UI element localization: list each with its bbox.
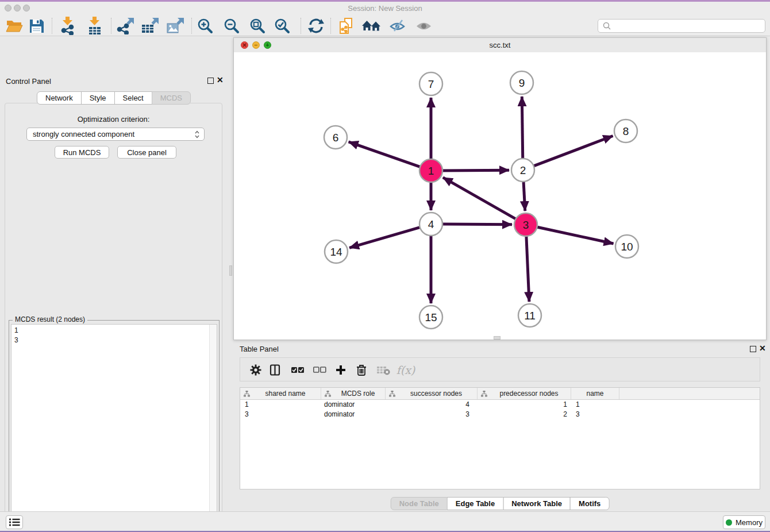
graph-node-label: 6 xyxy=(333,132,339,144)
mcds-result-list[interactable]: 1 3 xyxy=(11,324,217,532)
cell-predecessor-nodes: 2 xyxy=(478,410,571,419)
table-row[interactable]: 3 dominator 3 2 3 xyxy=(240,410,760,419)
graph-node-label: 1 xyxy=(428,165,434,177)
table-toolbar: f(x) xyxy=(240,357,760,381)
split-pane-handle[interactable] xyxy=(229,265,232,276)
column-header-predecessor-nodes[interactable]: predecessor nodes xyxy=(478,388,571,399)
graph-edge-1-6[interactable] xyxy=(349,142,421,167)
import-table-button[interactable] xyxy=(84,17,106,35)
desktop-edge-top xyxy=(0,0,770,2)
tab-style[interactable]: Style xyxy=(81,91,115,105)
export-table-button[interactable] xyxy=(139,17,161,35)
mcds-result-groupbox: MCDS result (2 nodes) 1 3 xyxy=(9,320,220,532)
import-network-icon xyxy=(59,17,76,35)
graph-edge-2-9[interactable] xyxy=(522,97,522,160)
tab-mcds[interactable]: MCDS xyxy=(152,91,191,105)
function-builder-button[interactable]: f(x) xyxy=(395,363,416,377)
column-header-shared-name[interactable]: shared name xyxy=(240,388,321,399)
clone-network-button[interactable] xyxy=(336,17,358,35)
cell-name: 3 xyxy=(571,410,619,419)
graph-edge-2-8[interactable] xyxy=(533,136,613,167)
tab-network[interactable]: Network xyxy=(37,91,82,105)
fx-icon: f(x) xyxy=(396,364,415,376)
table-panel-close-button[interactable]: ✕ xyxy=(759,345,766,352)
close-panel-button[interactable]: Close panel xyxy=(117,146,176,159)
toolbar-divider xyxy=(191,18,192,34)
result-scrollbar[interactable] xyxy=(209,325,217,532)
memory-status-dot xyxy=(726,519,732,526)
network-window: ✕ − + scc.txt 1234678910111415 xyxy=(233,37,767,340)
column-type-icon xyxy=(244,391,250,397)
save-floppy-icon xyxy=(29,18,44,34)
node-table-header: shared name MCDS role successor nodes xyxy=(240,388,760,400)
export-image-button[interactable] xyxy=(164,17,186,35)
graph-edge-3-1[interactable] xyxy=(443,178,517,219)
import-table-icon xyxy=(86,17,103,35)
save-session-button[interactable] xyxy=(25,17,47,35)
import-network-button[interactable] xyxy=(57,17,79,35)
graph-node-label: 11 xyxy=(524,310,536,322)
select-all-checkboxes-icon xyxy=(291,367,305,373)
tab-select[interactable]: Select xyxy=(114,91,152,105)
split-pane-expand-handle[interactable] xyxy=(494,336,500,340)
table-row[interactable]: 1 dominator 4 1 1 xyxy=(240,400,760,410)
delete-table-button[interactable] xyxy=(375,363,392,377)
gear-icon xyxy=(250,364,261,376)
select-all-button[interactable] xyxy=(290,363,307,377)
column-header-mcds-role[interactable]: MCDS role xyxy=(321,388,386,399)
zoom-fit-icon xyxy=(249,17,266,34)
tab-motifs[interactable]: Motifs xyxy=(570,497,609,510)
graph-edge-3-10[interactable] xyxy=(536,227,614,244)
hide-graphics-eye-icon xyxy=(390,18,405,33)
hide-graphics-button[interactable] xyxy=(386,17,408,35)
column-view-button[interactable] xyxy=(268,363,283,377)
toolbar-divider xyxy=(52,18,52,34)
network-canvas[interactable]: 1234678910111415 xyxy=(234,52,766,340)
delete-column-button[interactable] xyxy=(354,363,369,377)
clone-network-icon xyxy=(338,17,356,34)
zoom-out-button[interactable] xyxy=(221,17,242,35)
export-network-button[interactable] xyxy=(114,17,136,35)
node-table[interactable]: shared name MCDS role successor nodes xyxy=(240,387,760,489)
column-header-successor-nodes[interactable]: successor nodes xyxy=(386,388,478,399)
criterion-dropdown[interactable]: strongly connected component xyxy=(26,128,205,141)
open-session-button[interactable] xyxy=(3,17,25,35)
show-graphics-button[interactable] xyxy=(413,17,434,35)
zoom-fit-button[interactable] xyxy=(247,17,268,35)
zoom-in-button[interactable] xyxy=(194,17,216,35)
graph-edge-3-11[interactable] xyxy=(526,235,529,302)
show-networks-button[interactable] xyxy=(361,17,383,35)
graph-node-label: 15 xyxy=(425,311,437,323)
run-mcds-button[interactable]: Run MCDS xyxy=(55,146,109,159)
global-search-box[interactable] xyxy=(598,19,765,33)
cell-name: 1 xyxy=(571,400,619,410)
refresh-button[interactable] xyxy=(305,17,327,35)
column-type-icon xyxy=(389,391,395,397)
export-network-icon xyxy=(116,17,134,34)
unselect-all-button[interactable] xyxy=(311,363,329,377)
result-line: 3 xyxy=(14,336,18,345)
tab-network-table[interactable]: Network Table xyxy=(503,497,571,510)
column-header-name[interactable]: name xyxy=(571,388,619,399)
cell-predecessor-nodes: 1 xyxy=(478,400,571,410)
control-panel-float-button[interactable] xyxy=(207,78,214,84)
zoom-selected-button[interactable] xyxy=(271,17,293,35)
graph-edge-4-3[interactable] xyxy=(441,224,512,225)
houses-icon xyxy=(361,18,382,33)
table-options-button[interactable] xyxy=(248,363,263,377)
add-column-button[interactable] xyxy=(333,363,348,377)
task-history-button[interactable] xyxy=(6,515,23,529)
graph-edge-4-14[interactable] xyxy=(349,227,421,248)
search-input[interactable] xyxy=(611,22,765,30)
control-panel-close-button[interactable]: ✕ xyxy=(217,76,224,83)
cell-shared-name: 3 xyxy=(240,410,321,419)
result-line: 1 xyxy=(14,326,18,336)
memory-button[interactable]: Memory xyxy=(723,515,765,529)
network-window-titlebar[interactable]: ✕ − + scc.txt xyxy=(234,38,766,53)
tab-node-table[interactable]: Node Table xyxy=(391,497,448,510)
graph-edge-2-3[interactable] xyxy=(523,180,525,211)
graph-edge-1-2[interactable] xyxy=(441,170,509,171)
table-panel-float-button[interactable] xyxy=(750,346,756,352)
toolbar-divider xyxy=(330,18,331,34)
tab-edge-table[interactable]: Edge Table xyxy=(447,497,503,510)
